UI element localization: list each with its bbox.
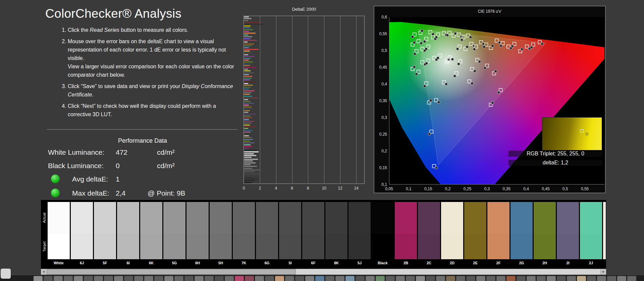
deltae-error-bar[interactable] xyxy=(244,119,249,120)
thumbnail-tile[interactable] xyxy=(376,276,385,281)
deltae-error-bar[interactable] xyxy=(244,76,252,77)
comparator-column[interactable]: 7K xyxy=(233,202,255,267)
comparator-column[interactable]: 2J xyxy=(580,202,602,267)
thumbnail-tile[interactable] xyxy=(547,276,556,281)
thumbnail-tile[interactable] xyxy=(124,276,133,281)
deltae-error-bar[interactable] xyxy=(244,47,249,48)
deltae-error-bar[interactable] xyxy=(244,49,259,50)
deltae-error-bar[interactable] xyxy=(244,123,252,124)
deltae-error-bar[interactable] xyxy=(244,69,248,70)
deltae-error-bar[interactable] xyxy=(244,51,250,52)
deltae-error-bar[interactable] xyxy=(244,61,253,62)
deltae-error-bar[interactable] xyxy=(244,24,263,25)
thumbnail-tile[interactable] xyxy=(577,276,586,281)
thumbnail-tile[interactable] xyxy=(456,276,465,281)
thumbnail-tile[interactable] xyxy=(517,276,526,281)
deltae-error-bar[interactable] xyxy=(244,151,259,152)
thumbnail-tile[interactable] xyxy=(567,276,576,281)
deltae-error-bar[interactable] xyxy=(244,175,256,176)
thumbnail-tile[interactable] xyxy=(356,276,365,281)
comparator-column[interactable]: 2E xyxy=(464,202,486,267)
deltae-error-bar[interactable] xyxy=(244,135,249,136)
comparator-column[interactable]: 5F xyxy=(94,202,116,267)
deltae-error-bar[interactable] xyxy=(244,96,252,97)
deltae-error-bar[interactable] xyxy=(244,34,248,36)
thumbnail-tile[interactable] xyxy=(476,276,485,281)
deltae-error-bar[interactable] xyxy=(244,148,249,149)
deltae-error-bar[interactable] xyxy=(244,173,260,174)
deltae-error-bar[interactable] xyxy=(244,128,248,129)
thumbnail-tile[interactable] xyxy=(114,276,123,281)
deltae-error-bar[interactable] xyxy=(244,92,252,93)
deltae-error-bar[interactable] xyxy=(244,88,249,89)
scroll-left-button[interactable]: ◄ xyxy=(41,269,47,275)
deltae-error-bar[interactable] xyxy=(244,169,260,170)
thumbnail-tile[interactable] xyxy=(215,276,224,281)
comparator-scrollbar[interactable]: ◄ ► xyxy=(41,269,606,275)
thumbnail-tile[interactable] xyxy=(345,276,355,281)
deltae-error-bar[interactable] xyxy=(244,142,255,143)
comparator-column[interactable]: 6J xyxy=(71,202,93,267)
deltae-error-bar[interactable] xyxy=(244,117,252,118)
deltae-error-bar[interactable] xyxy=(244,125,250,126)
deltae-error-bar[interactable] xyxy=(244,65,250,66)
thumbnail-tile[interactable] xyxy=(406,276,415,281)
deltae-error-bar[interactable] xyxy=(244,121,254,122)
thumbnail-tile[interactable] xyxy=(386,276,395,281)
deltae-error-bar[interactable] xyxy=(244,162,256,163)
deltae-error-bar[interactable] xyxy=(244,108,253,109)
thumbnail-tile[interactable] xyxy=(496,276,505,281)
deltae-error-bar[interactable] xyxy=(244,180,255,181)
thumbnail-tile[interactable] xyxy=(436,276,445,281)
deltae-error-bar[interactable] xyxy=(244,45,252,46)
comparator-column[interactable]: 5H xyxy=(210,202,232,267)
deltae-error-bar[interactable] xyxy=(244,25,251,26)
deltae-error-bar[interactable] xyxy=(244,16,249,17)
deltae-error-bar[interactable] xyxy=(244,103,254,104)
comparator-column[interactable]: 2B xyxy=(395,202,417,267)
scroll-right-button[interactable]: ► xyxy=(600,269,606,275)
thumbnail-tile[interactable] xyxy=(74,276,83,281)
thumbnail-tile[interactable] xyxy=(285,276,294,281)
thumbnail-tile[interactable] xyxy=(537,276,546,281)
deltae-error-bar[interactable] xyxy=(244,44,254,45)
deltae-error-bar[interactable] xyxy=(244,116,251,117)
deltae-error-bar[interactable] xyxy=(244,40,257,41)
deltae-error-bar[interactable] xyxy=(244,107,252,108)
deltae-error-bar[interactable] xyxy=(244,155,256,156)
deltae-error-bar[interactable] xyxy=(244,141,250,142)
thumbnail-tile[interactable] xyxy=(164,276,173,281)
deltae-error-bar[interactable] xyxy=(244,87,251,88)
thumbnail-tile[interactable] xyxy=(617,276,626,281)
deltae-error-bar[interactable] xyxy=(244,177,253,178)
thumbnail-tile[interactable] xyxy=(205,276,214,281)
deltae-error-bar[interactable] xyxy=(244,63,252,64)
thumbnail-tile[interactable] xyxy=(44,276,53,281)
comparator-column[interactable]: 2H xyxy=(534,202,556,267)
comparator-column[interactable]: 2F xyxy=(487,202,509,267)
thumbnail-tile[interactable] xyxy=(597,276,606,281)
deltae-error-bar[interactable] xyxy=(244,104,249,106)
thumbnail-tile[interactable] xyxy=(466,276,475,281)
comparator-column[interactable]: 2D xyxy=(441,202,463,267)
deltae-error-bar[interactable] xyxy=(244,18,252,19)
deltae-error-bar[interactable] xyxy=(244,164,251,165)
deltae-plot-area[interactable] xyxy=(244,16,365,184)
deltae-error-bar[interactable] xyxy=(244,126,256,127)
thumbnail-tile[interactable] xyxy=(366,276,375,281)
thumbnail-tile[interactable] xyxy=(295,276,304,281)
deltae-error-bar[interactable] xyxy=(244,144,251,145)
comparator-column[interactable]: 5I xyxy=(279,202,301,267)
thumbnail-tile[interactable] xyxy=(607,276,616,281)
thumbnail-tile[interactable] xyxy=(587,276,596,281)
thumbnail-tile[interactable] xyxy=(235,276,244,281)
deltae-error-bar[interactable] xyxy=(244,101,251,102)
comparator-column[interactable]: 5G xyxy=(163,202,185,267)
comparator-column[interactable]: 6G xyxy=(256,202,278,267)
comparator-column[interactable]: 5J xyxy=(348,202,371,267)
deltae-error-bar[interactable] xyxy=(244,22,260,23)
thumbnail-tile[interactable] xyxy=(315,276,324,281)
comparator-column[interactable]: White xyxy=(48,202,70,267)
deltae-error-bar[interactable] xyxy=(244,153,254,154)
deltae-error-bar[interactable] xyxy=(244,97,258,98)
